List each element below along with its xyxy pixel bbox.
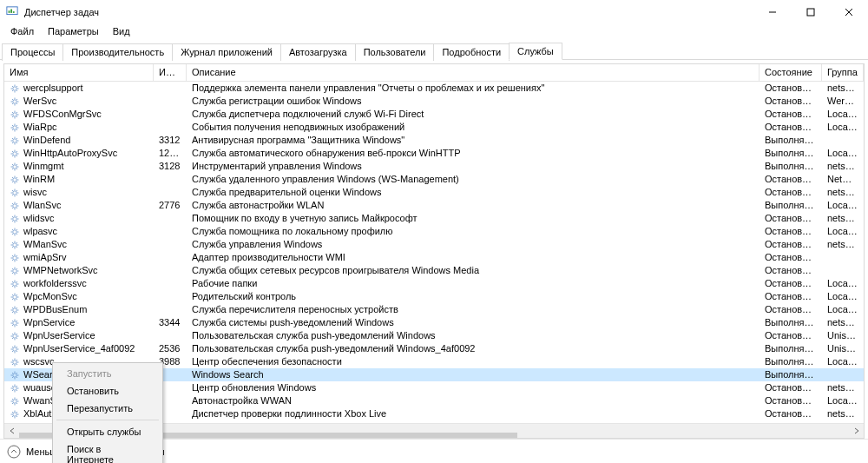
cell-state: Выполняется <box>760 199 822 212</box>
menu-view[interactable]: Вид <box>106 24 137 40</box>
service-row[interactable]: WFDSConMgrSvcСлужба диспетчера подключен… <box>4 108 864 121</box>
service-row[interactable]: wmiApSrvАдаптер производительности WMIОс… <box>4 251 864 264</box>
ctx-search-online[interactable]: Поиск в Интернете <box>55 440 161 463</box>
col-pid[interactable]: ИД п... <box>154 64 187 81</box>
svg-rect-1 <box>9 10 10 13</box>
svg-point-24 <box>13 294 17 299</box>
col-description[interactable]: Описание <box>187 64 760 81</box>
svg-point-27 <box>13 334 17 338</box>
cell-name: WMPNetworkSvc <box>4 264 154 277</box>
cell-name: workfolderssvc <box>4 277 154 290</box>
cell-pid <box>154 251 187 264</box>
cell-state: Выполняется <box>760 316 822 329</box>
cell-name: wlpasvc <box>4 225 154 238</box>
tab-services[interactable]: Службы <box>509 43 562 60</box>
cell-desc: Служба системы push-уведомлений Windows <box>187 316 760 329</box>
cell-desc: Диспетчер проверки подлинности Xbox Live <box>187 407 760 420</box>
cell-name: wercplsupport <box>4 82 154 95</box>
cell-group: LocalSer <box>822 355 864 368</box>
cell-state: Выполняется <box>760 147 822 160</box>
tab-app-history[interactable]: Журнал приложений <box>172 43 281 61</box>
col-state[interactable]: Состояние <box>760 64 822 81</box>
service-row[interactable]: WpnService3344Служба системы push-уведом… <box>4 316 864 329</box>
tab-users[interactable]: Пользователи <box>355 43 435 61</box>
minimize-button[interactable] <box>753 0 792 24</box>
close-button[interactable] <box>830 0 868 24</box>
ctx-open-services[interactable]: Открыть службы <box>55 423 161 440</box>
cell-pid <box>154 95 187 108</box>
service-row[interactable]: WpnUserService_4af00922536Пользовательск… <box>4 342 864 355</box>
tab-processes[interactable]: Процессы <box>2 43 63 61</box>
cell-group: Network <box>822 173 864 186</box>
scroll-right-icon[interactable] <box>849 424 864 439</box>
svg-point-8 <box>13 86 17 90</box>
ctx-stop[interactable]: Остановить <box>55 382 161 400</box>
scroll-left-icon[interactable] <box>4 424 19 439</box>
service-row[interactable]: WinRMСлужба удаленного управления Window… <box>4 173 864 186</box>
service-row[interactable]: wisvcСлужба предварительной оценки Windo… <box>4 186 864 199</box>
cell-name: WerSvc <box>4 95 154 108</box>
col-name[interactable]: Имя <box>4 64 154 81</box>
cell-group: netsvcs <box>822 407 864 420</box>
cell-desc: Служба предварительной оценки Windows <box>187 186 760 199</box>
cell-state: Выполняется <box>760 134 822 147</box>
cell-desc: Поддержка элемента панели управления "От… <box>187 82 760 95</box>
cell-desc: Служба управления Windows <box>187 238 760 251</box>
service-row[interactable]: WlanSvc2776Служба автонастройки WLANВыпо… <box>4 199 864 212</box>
service-row[interactable]: WpnUserServiceПользовательская служба pu… <box>4 329 864 342</box>
service-row[interactable]: WManSvcСлужба управления WindowsОстановл… <box>4 238 864 251</box>
tab-performance[interactable]: Производительность <box>62 43 173 61</box>
app-icon <box>5 5 19 19</box>
cell-name: WinHttpAutoProxySvc <box>4 147 154 160</box>
cell-state: Остановлено <box>760 225 822 238</box>
service-row[interactable]: WinHttpAutoProxySvc12432Служба автоматич… <box>4 147 864 160</box>
cell-desc: Windows Search <box>187 368 760 381</box>
cell-desc: Рабочие папки <box>187 277 760 290</box>
cell-group: LocalSys <box>822 394 864 407</box>
service-row[interactable]: WiaRpcСобытия получения неподвижных изоб… <box>4 121 864 134</box>
cell-group: Unistack <box>822 342 864 355</box>
menu-options[interactable]: Параметры <box>41 24 106 40</box>
tab-startup[interactable]: Автозагрузка <box>280 43 356 61</box>
service-row[interactable]: WpcMonSvcРодительский контрольОстановлен… <box>4 290 864 303</box>
tab-details[interactable]: Подробности <box>433 43 510 61</box>
cell-pid: 3344 <box>154 316 187 329</box>
svg-point-28 <box>13 347 17 351</box>
cell-group: netsvcs <box>822 316 864 329</box>
menu-file[interactable]: Файл <box>3 24 41 40</box>
ctx-restart[interactable]: Перезапустить <box>55 400 161 417</box>
ctx-start: Запустить <box>55 365 161 382</box>
service-row[interactable]: WMPNetworkSvcСлужба общих сетевых ресурс… <box>4 264 864 277</box>
cell-name: WManSvc <box>4 238 154 251</box>
service-row[interactable]: wlpasvcСлужба помощника по локальному пр… <box>4 225 864 238</box>
service-row[interactable]: wlidsvcПомощник по входу в учетную запис… <box>4 212 864 225</box>
service-row[interactable]: wercplsupportПоддержка элемента панели у… <box>4 82 864 95</box>
cell-pid <box>154 238 187 251</box>
cell-pid <box>154 186 187 199</box>
window-title: Диспетчер задач <box>24 7 753 17</box>
ctx-sep1 <box>56 420 159 420</box>
cell-group <box>822 368 864 381</box>
cell-name: WinRM <box>4 173 154 186</box>
cell-desc: Служба перечислителя переносных устройст… <box>187 303 760 316</box>
service-row[interactable]: WerSvcСлужба регистрации ошибок WindowsО… <box>4 95 864 108</box>
col-group[interactable]: Группа <box>822 64 864 81</box>
cell-state: Выполняется <box>760 160 822 173</box>
cell-pid: 12432 <box>154 147 187 160</box>
service-row[interactable]: Winmgmt3128Инструментарий управления Win… <box>4 160 864 173</box>
cell-name: WinDefend <box>4 134 154 147</box>
cell-pid: 2776 <box>154 199 187 212</box>
cell-group: netsvcs <box>822 186 864 199</box>
service-row[interactable]: WinDefend3312Антивирусная программа "Защ… <box>4 134 864 147</box>
cell-group: netsvcs <box>822 381 864 394</box>
cell-desc: Пользовательская служба push-уведомлений… <box>187 342 760 355</box>
service-row[interactable]: WPDBusEnumСлужба перечислителя переносны… <box>4 303 864 316</box>
maximize-button[interactable] <box>792 0 830 24</box>
menu-bar: Файл Параметры Вид <box>0 24 868 40</box>
svg-rect-5 <box>807 9 814 16</box>
cell-desc: Центр обеспечения безопасности <box>187 355 760 368</box>
service-row[interactable]: workfolderssvcРабочие папкиОстановленоLo… <box>4 277 864 290</box>
svg-point-11 <box>13 125 17 129</box>
cell-group <box>822 251 864 264</box>
cell-desc: Пользовательская служба push-уведомлений… <box>187 329 760 342</box>
